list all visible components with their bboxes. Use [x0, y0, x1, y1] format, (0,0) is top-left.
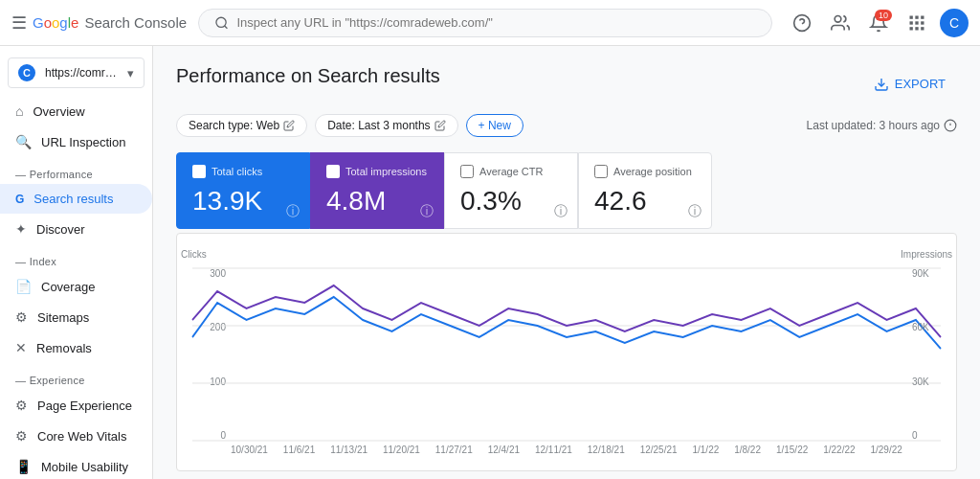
avatar[interactable]: C [940, 9, 969, 37]
svg-point-4 [835, 15, 841, 22]
main-content: Performance on Search results EXPORT Sea… [153, 46, 980, 479]
total-clicks-value: 13.9K [192, 186, 294, 217]
average-ctr-value: 0.3% [460, 186, 562, 217]
chart-y-right-title: Impressions [901, 249, 952, 260]
metric-cards: Total clicks 13.9K ⓘ Total impressions 4… [176, 152, 957, 229]
sidebar-item-core-web-vitals[interactable]: ⚙ Core Web Vitals [0, 421, 152, 451]
accounts-button[interactable] [825, 8, 856, 38]
total-impressions-label: Total impressions [345, 166, 427, 177]
svg-rect-7 [921, 15, 924, 18]
total-clicks-checkbox[interactable] [192, 165, 206, 178]
date-filter[interactable]: Date: Last 3 months [315, 114, 457, 137]
svg-rect-11 [910, 27, 913, 30]
mobile-usability-icon: 📱 [15, 459, 32, 474]
notifications-button[interactable]: 10 [863, 8, 894, 38]
svg-rect-12 [915, 27, 918, 30]
core-web-vitals-icon: ⚙ [15, 428, 28, 444]
last-updated: Last updated: 3 hours ago [807, 119, 957, 132]
sidebar-item-label: Removals [36, 341, 92, 355]
svg-rect-9 [915, 21, 918, 24]
average-ctr-info-icon: ⓘ [554, 203, 568, 220]
search-icon [214, 15, 229, 31]
url-search-input[interactable] [236, 15, 756, 30]
chart-y-left-title: Clicks [181, 249, 207, 260]
sidebar-item-label: Core Web Vitals [37, 429, 126, 444]
svg-rect-13 [921, 27, 924, 30]
url-inspection-icon: 🔍 [15, 134, 32, 149]
total-impressions-card[interactable]: Total impressions 4.8M ⓘ [310, 152, 444, 229]
sidebar-item-mobile-usability[interactable]: 📱 Mobile Usability [0, 451, 152, 479]
total-clicks-info-icon: ⓘ [286, 203, 300, 220]
total-impressions-info-icon: ⓘ [420, 203, 434, 220]
average-position-value: 42.6 [594, 186, 696, 217]
sidebar: C https://comradeweb... ▾ ⌂ Overview 🔍 U… [0, 46, 153, 479]
svg-line-1 [225, 25, 228, 28]
page-experience-icon: ⚙ [15, 398, 28, 413]
site-favicon: C [18, 64, 35, 81]
total-impressions-checkbox[interactable] [326, 165, 340, 178]
performance-section-label: — Performance [0, 157, 152, 184]
total-impressions-value: 4.8M [326, 186, 428, 217]
layout: C https://comradeweb... ▾ ⌂ Overview 🔍 U… [0, 46, 980, 479]
removals-icon: ✕ [15, 340, 27, 355]
performance-chart [192, 268, 941, 441]
app-title: Search Console [84, 14, 187, 31]
sidebar-item-overview[interactable]: ⌂ Overview [0, 96, 152, 126]
site-dropdown-icon: ▾ [127, 66, 134, 80]
sidebar-item-label: Mobile Usability [41, 460, 128, 474]
svg-rect-6 [915, 15, 918, 18]
sidebar-item-label: Overview [33, 104, 84, 119]
sidebar-item-label: Coverage [41, 280, 95, 294]
page-title: Performance on Search results [176, 65, 440, 87]
svg-rect-5 [910, 15, 913, 18]
export-button[interactable]: EXPORT [862, 71, 957, 98]
help-button[interactable] [787, 8, 817, 38]
average-position-checkbox[interactable] [594, 165, 608, 178]
svg-rect-8 [910, 21, 913, 24]
average-position-info-icon: ⓘ [688, 203, 702, 220]
y-axis-right: 90K60K30K0 [912, 268, 946, 441]
sitemaps-icon: ⚙ [15, 309, 28, 325]
coverage-icon: 📄 [15, 279, 32, 294]
overview-icon: ⌂ [15, 103, 23, 119]
sidebar-item-sitemaps[interactable]: ⚙ Sitemaps [0, 302, 152, 332]
sidebar-item-discover[interactable]: ✦ Discover [0, 214, 152, 244]
logo-area: ☰ Google Search Console [11, 12, 187, 34]
google-logo: Google [33, 14, 78, 31]
url-search-bar[interactable] [198, 9, 772, 37]
sidebar-item-label: URL Inspection [41, 135, 125, 149]
sidebar-item-url-inspection[interactable]: 🔍 URL Inspection [0, 126, 152, 157]
total-clicks-label: Total clicks [212, 166, 262, 177]
index-section-label: — Index [0, 244, 152, 271]
average-position-label: Average position [613, 166, 692, 177]
top-bar: ☰ Google Search Console 10 C [0, 0, 980, 46]
average-position-card[interactable]: Average position 42.6 ⓘ [578, 152, 712, 229]
average-ctr-label: Average CTR [479, 166, 543, 177]
sidebar-item-page-experience[interactable]: ⚙ Page Experience [0, 390, 152, 421]
top-icons: 10 C [787, 8, 969, 38]
average-ctr-card[interactable]: Average CTR 0.3% ⓘ [444, 152, 578, 229]
apps-button[interactable] [902, 8, 932, 38]
total-clicks-card[interactable]: Total clicks 13.9K ⓘ [176, 152, 310, 229]
hamburger-icon[interactable]: ☰ [11, 12, 27, 34]
x-axis-labels: 10/30/2111/6/2111/13/2111/20/21 11/27/21… [231, 445, 902, 455]
filter-bar: Search type: Web Date: Last 3 months + N… [176, 114, 957, 137]
sidebar-item-search-results[interactable]: G Search results [0, 184, 152, 214]
search-type-filter[interactable]: Search type: Web [176, 114, 307, 137]
svg-rect-10 [921, 21, 924, 24]
sidebar-item-label: Discover [36, 222, 85, 237]
sidebar-item-removals[interactable]: ✕ Removals [0, 332, 152, 363]
sidebar-item-label: Search results [33, 192, 113, 206]
average-ctr-checkbox[interactable] [460, 165, 474, 178]
site-selector[interactable]: C https://comradeweb... ▾ [8, 57, 145, 88]
sidebar-item-coverage[interactable]: 📄 Coverage [0, 271, 152, 302]
add-filter-button[interactable]: + New [466, 114, 523, 137]
site-url: https://comradeweb... [45, 66, 118, 80]
search-results-icon: G [15, 193, 24, 206]
experience-section-label: — Experience [0, 363, 152, 390]
notification-badge: 10 [875, 10, 892, 22]
chart-container: Clicks Impressions 3002001000 [176, 233, 957, 471]
sidebar-item-label: Sitemaps [37, 310, 89, 325]
sidebar-item-label: Page Experience [37, 399, 132, 413]
discover-icon: ✦ [15, 221, 27, 237]
